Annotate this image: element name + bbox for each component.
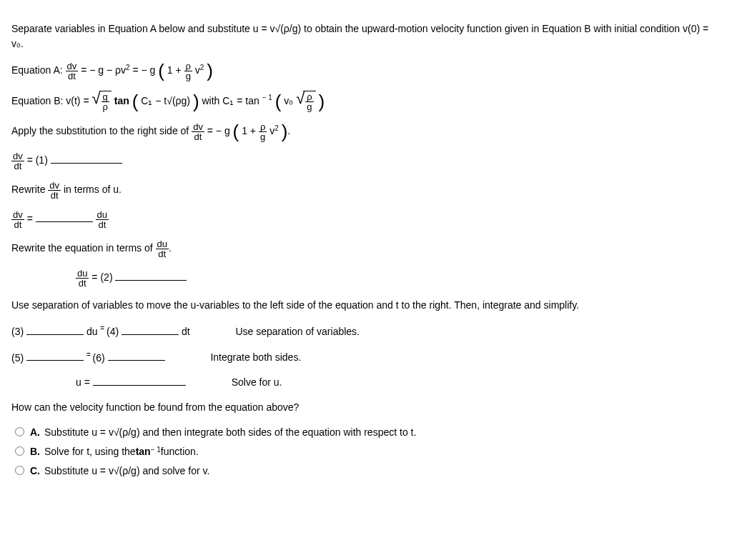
sqrt-g-rho: g ρ: [92, 91, 111, 112]
num: ρ: [184, 61, 192, 71]
rho-g-frac-2: ρ g: [259, 122, 267, 141]
choice-c-text: Substitute u = v√(ρ/g) and solve for v.: [44, 464, 209, 479]
blank-4[interactable]: [122, 324, 179, 335]
paren-l: (: [158, 60, 164, 81]
choice-b[interactable]: B. Solve for t, using the tan − 1 functi…: [11, 444, 721, 459]
num: dv: [192, 122, 204, 132]
dv-dt-frac-5: dv dt: [11, 210, 24, 229]
one-plus2: 1 +: [242, 125, 259, 136]
equation-b: Equation B: v(t) = g ρ tan ( C₁ − t√(ρg)…: [11, 91, 721, 112]
line-integrate: (5) = (6) Integrate both sides.: [11, 349, 721, 366]
eq-a-label: Equation A:: [11, 64, 63, 76]
rewrite-eq: Rewrite the equation in terms of du dt .: [11, 239, 721, 259]
num: du: [156, 239, 169, 249]
dv-dt-frac-2: dv dt: [192, 122, 204, 141]
note-solve: Solve for u.: [232, 375, 282, 390]
apply-text: Apply the substitution to the right side…: [11, 125, 192, 136]
sq3: 2: [274, 124, 279, 132]
with: with C₁ = tan: [202, 95, 259, 106]
blank-coef[interactable]: [36, 211, 93, 222]
paren-r: ): [207, 60, 213, 81]
den: dt: [76, 279, 89, 288]
blank-1[interactable]: [51, 153, 122, 164]
radio-a[interactable]: [15, 427, 24, 436]
du-dt-frac-3: du dt: [76, 269, 89, 288]
eq-b-inside: C₁ − t√(ρg): [141, 95, 190, 106]
den: dt: [66, 71, 79, 81]
radio-c[interactable]: [15, 466, 24, 475]
step-3: du dt = (2): [76, 269, 721, 288]
letter-b: B.: [30, 444, 40, 459]
den: dt: [48, 191, 61, 200]
paren-r4: ): [282, 121, 288, 142]
line-sep: (3) du = (4) dt Use separation of variab…: [11, 323, 721, 339]
paren-r3: ): [319, 91, 325, 112]
tan-b: tan: [136, 444, 151, 459]
eq-b-label: Equation B: v(t) =: [11, 95, 92, 106]
rewrite-tail: in terms of u.: [64, 184, 122, 195]
num: ρ: [305, 92, 313, 102]
dv-dt-frac: dv dt: [66, 61, 79, 81]
num: dv: [11, 210, 24, 220]
sqrt-rho-g: ρ g: [296, 91, 315, 112]
rewrite-eq-text: Rewrite the equation in terms of: [11, 242, 156, 254]
inv-b: − 1: [151, 444, 161, 455]
equation-a: Equation A: dv dt = − g − ρv2 = − g ( 1 …: [11, 61, 721, 81]
blank-6[interactable]: [108, 350, 165, 361]
den: g: [305, 102, 313, 111]
paren-l2: (: [132, 91, 139, 112]
note-sep: Use separation of variables.: [235, 324, 360, 339]
radio-b[interactable]: [15, 446, 24, 456]
eq-top: =: [100, 324, 107, 332]
num: dv: [66, 61, 79, 71]
den: dt: [96, 220, 109, 229]
how-question: How can the velocity function be found f…: [11, 400, 721, 415]
rewrite-text: Rewrite: [11, 184, 48, 195]
den: dt: [156, 249, 169, 259]
intro-text: Separate variables in Equation A below a…: [11, 21, 721, 51]
blank-u[interactable]: [93, 375, 186, 386]
choice-c[interactable]: C. Substitute u = v√(ρ/g) and solve for …: [11, 464, 721, 479]
label-2: (2): [100, 271, 115, 283]
eq-sym: =: [27, 213, 36, 224]
den: ρ: [102, 102, 109, 111]
sq: 2: [126, 64, 130, 71]
letter-a: A.: [30, 425, 40, 440]
tan: tan: [114, 95, 132, 106]
dv-dt-frac-3: dv dt: [11, 151, 24, 171]
rho-g-frac: ρ g: [184, 61, 192, 81]
separation-instruction: Use separation of variables to move the …: [11, 298, 721, 313]
v: v: [195, 64, 200, 76]
den: g: [259, 132, 267, 141]
step-1: dv dt = (1): [11, 151, 721, 171]
one-plus: 1 +: [167, 64, 184, 76]
choice-b-text-a: Solve for t, using the: [44, 444, 136, 459]
rewrite-dvdt: Rewrite dv dt in terms of u.: [11, 181, 721, 200]
paren-r2: ): [193, 91, 199, 112]
inv-exp: − 1: [262, 94, 272, 101]
apply-substitution: Apply the substitution to the right side…: [11, 122, 721, 141]
blank-5[interactable]: [26, 350, 84, 361]
eq-label-1: = (1): [27, 154, 51, 166]
dv-dt-frac-4: dv dt: [48, 181, 61, 200]
blank-3[interactable]: [26, 324, 84, 335]
num: dv: [11, 151, 24, 161]
label-4: (4): [107, 326, 122, 337]
du-dt-frac: du dt: [96, 210, 109, 229]
num: dv: [48, 181, 61, 191]
u-eq: u =: [76, 376, 93, 388]
line-solve-u: u = Solve for u.: [76, 375, 721, 390]
apply-eq: = − g: [207, 125, 230, 136]
letter-c: C.: [30, 464, 40, 479]
du-text: du: [86, 326, 98, 337]
num: ρ: [259, 122, 267, 132]
den: dt: [192, 132, 204, 141]
step-2: dv dt = du dt: [11, 210, 721, 229]
eq-a-expr2: = − g: [132, 64, 155, 76]
den: g: [184, 71, 192, 81]
den: dt: [11, 220, 24, 229]
choice-a[interactable]: A. Substitute u = v√(ρ/g) and then integ…: [11, 425, 721, 440]
choice-b-text-b: function.: [161, 444, 199, 459]
blank-2[interactable]: [115, 270, 187, 281]
paren-l3: (: [275, 91, 282, 112]
